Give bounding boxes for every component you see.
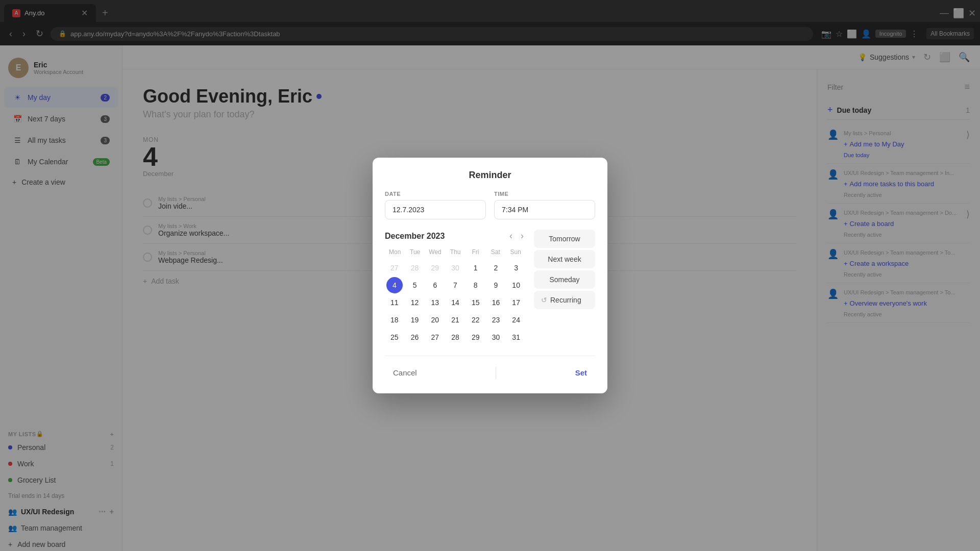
cal-date[interactable]: 24 bbox=[508, 312, 524, 328]
date-label: DATE bbox=[385, 191, 486, 197]
cal-days-header: Mon Tue Wed Thu Fri Sat Sun bbox=[385, 248, 526, 256]
set-button[interactable]: Set bbox=[567, 364, 595, 381]
cal-date[interactable]: 9 bbox=[487, 277, 504, 293]
cal-date[interactable]: 18 bbox=[386, 312, 403, 328]
cal-date[interactable]: 1 bbox=[468, 260, 484, 276]
date-field-group: DATE bbox=[385, 191, 486, 219]
cal-date[interactable]: 28 bbox=[407, 260, 423, 276]
dialog-footer: Cancel Set bbox=[385, 356, 595, 381]
date-input[interactable] bbox=[385, 200, 486, 219]
day-fri: Fri bbox=[465, 248, 485, 256]
cal-date[interactable]: 7 bbox=[447, 277, 463, 293]
cal-date[interactable]: 30 bbox=[487, 329, 504, 345]
time-label: TIME bbox=[494, 191, 595, 197]
cal-date[interactable]: 29 bbox=[427, 260, 443, 276]
tomorrow-option[interactable]: Tomorrow bbox=[534, 230, 595, 248]
cal-date[interactable]: 12 bbox=[407, 294, 423, 311]
cal-date[interactable]: 28 bbox=[447, 329, 463, 345]
day-thu: Thu bbox=[445, 248, 465, 256]
next-week-option[interactable]: Next week bbox=[534, 250, 595, 268]
recurring-icon: ↺ bbox=[541, 296, 547, 304]
cal-date[interactable]: 26 bbox=[407, 329, 423, 345]
cal-month-year: December 2023 bbox=[385, 232, 445, 241]
cal-date[interactable]: 27 bbox=[427, 329, 443, 345]
cal-date[interactable]: 20 bbox=[427, 312, 443, 328]
day-sun: Sun bbox=[506, 248, 526, 256]
cal-date[interactable]: 23 bbox=[487, 312, 504, 328]
cal-date[interactable]: 22 bbox=[468, 312, 484, 328]
cal-date[interactable]: 21 bbox=[447, 312, 463, 328]
cal-dates: 27 28 29 30 1 2 3 4 5 6 7 8 9 10 11 bbox=[385, 260, 526, 345]
cal-date[interactable]: 14 bbox=[447, 294, 463, 311]
calendar-area: December 2023 ‹ › Mon Tue Wed Thu Fri Sa… bbox=[385, 230, 595, 345]
footer-divider bbox=[496, 367, 496, 379]
time-input[interactable] bbox=[494, 200, 595, 219]
time-field-group: TIME bbox=[494, 191, 595, 219]
dialog-overlay: Reminder DATE TIME December 2023 ‹ › bbox=[0, 0, 980, 551]
dialog-title: Reminder bbox=[385, 170, 595, 181]
dialog-fields: DATE TIME bbox=[385, 191, 595, 219]
cal-date[interactable]: 30 bbox=[447, 260, 463, 276]
day-sat: Sat bbox=[485, 248, 505, 256]
cal-date[interactable]: 17 bbox=[508, 294, 524, 311]
day-tue: Tue bbox=[405, 248, 425, 256]
cal-date[interactable]: 29 bbox=[468, 329, 484, 345]
reminder-dialog: Reminder DATE TIME December 2023 ‹ › bbox=[373, 158, 607, 393]
day-wed: Wed bbox=[425, 248, 445, 256]
cal-date[interactable]: 27 bbox=[386, 260, 403, 276]
cal-date[interactable]: 2 bbox=[487, 260, 504, 276]
cal-date[interactable]: 3 bbox=[508, 260, 524, 276]
cal-date[interactable]: 8 bbox=[468, 277, 484, 293]
cal-prev-button[interactable]: ‹ bbox=[507, 230, 514, 242]
recurring-option[interactable]: ↺ Recurring bbox=[534, 291, 595, 309]
day-mon: Mon bbox=[385, 248, 405, 256]
cal-date[interactable]: 19 bbox=[407, 312, 423, 328]
cal-date[interactable]: 15 bbox=[468, 294, 484, 311]
quick-options: Tomorrow Next week Someday ↺ Recurring bbox=[534, 230, 595, 345]
cal-date[interactable]: 13 bbox=[427, 294, 443, 311]
recurring-label: Recurring bbox=[550, 296, 581, 304]
cancel-button[interactable]: Cancel bbox=[385, 364, 425, 381]
someday-option[interactable]: Someday bbox=[534, 270, 595, 289]
cal-date[interactable]: 31 bbox=[508, 329, 524, 345]
cal-nav: ‹ › bbox=[507, 230, 526, 242]
cal-date[interactable]: 6 bbox=[427, 277, 443, 293]
cal-date[interactable]: 5 bbox=[407, 277, 423, 293]
cal-date[interactable]: 25 bbox=[386, 329, 403, 345]
cal-date[interactable]: 16 bbox=[487, 294, 504, 311]
cal-date[interactable]: 11 bbox=[386, 294, 403, 311]
cal-next-button[interactable]: › bbox=[519, 230, 526, 242]
cal-date[interactable]: 10 bbox=[508, 277, 524, 293]
cal-date-selected[interactable]: 4 bbox=[386, 277, 403, 293]
cal-header: December 2023 ‹ › bbox=[385, 230, 526, 242]
calendar-grid: December 2023 ‹ › Mon Tue Wed Thu Fri Sa… bbox=[385, 230, 526, 345]
